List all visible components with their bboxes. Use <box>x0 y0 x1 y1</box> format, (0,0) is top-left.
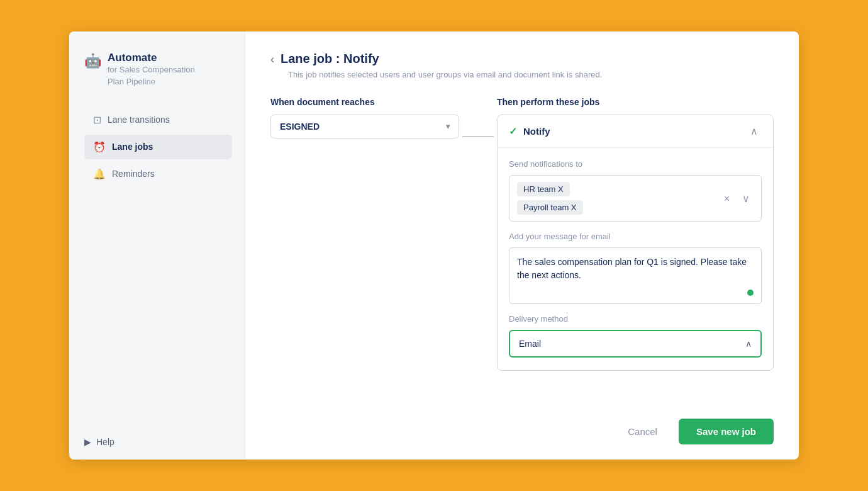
page-subtitle: This job notifies selected users and use… <box>288 70 774 79</box>
delivery-section: Delivery method Email ∧ <box>509 314 762 358</box>
brand: 🤖 Automate for Sales CompensationPlan Pi… <box>84 52 232 87</box>
tag-payroll-team[interactable]: Payroll team X <box>517 200 583 215</box>
job-title-label: Notify <box>523 126 550 137</box>
job-card-header: ✓ Notify ∧ <box>498 115 773 148</box>
connector <box>459 97 497 137</box>
when-section: When document reaches ESIGNED ▾ <box>270 97 459 138</box>
remove-tag-button[interactable]: × <box>720 191 733 205</box>
tag-hr-team[interactable]: HR team X <box>517 182 570 196</box>
tags-actions: × ∨ <box>720 191 754 206</box>
tag-row-hr: HR team X <box>517 182 754 196</box>
sidebar-item-lane-transitions[interactable]: ⊡ Lane transitions <box>84 108 232 132</box>
job-card-title: ✓ Notify <box>509 125 550 137</box>
sidebar: 🤖 Automate for Sales CompensationPlan Pi… <box>69 31 245 460</box>
tags-container[interactable]: HR team X Payroll team X × ∨ <box>509 175 762 222</box>
delivery-dropdown[interactable]: Email ∧ <box>509 330 762 358</box>
brand-subtitle: for Sales CompensationPlan Pipeline <box>108 64 195 87</box>
form-section: When document reaches ESIGNED ▾ Then per… <box>270 97 774 371</box>
then-label: Then perform these jobs <box>497 97 774 107</box>
bell-icon: 🔔 <box>93 168 106 180</box>
job-card-actions: ∧ <box>747 124 762 138</box>
check-icon: ✓ <box>509 125 517 137</box>
help-label: Help <box>96 437 114 447</box>
save-button[interactable]: Save new job <box>679 419 774 444</box>
brand-icon: 🤖 <box>84 53 101 69</box>
sidebar-item-reminders[interactable]: 🔔 Reminders <box>84 162 232 186</box>
main-content: ‹ Lane job : Notify This job notifies se… <box>245 31 799 460</box>
message-label: Add your message for email <box>509 232 762 241</box>
alarm-icon: ⏰ <box>93 141 106 153</box>
send-notifications-label: Send notifications to <box>509 159 762 169</box>
main-modal: 🤖 Automate for Sales CompensationPlan Pi… <box>69 31 799 460</box>
delivery-value: Email <box>519 339 541 349</box>
tag-row-payroll: Payroll team X <box>517 200 754 215</box>
cancel-button[interactable]: Cancel <box>616 420 669 443</box>
message-box[interactable]: The sales compensation plan for Q1 is si… <box>509 247 762 304</box>
job-card-body: Send notifications to HR team X Payroll … <box>498 148 773 370</box>
help-button[interactable]: ▶ Help <box>84 437 232 447</box>
page-header: ‹ Lane job : Notify This job notifies se… <box>270 52 774 79</box>
green-dot-indicator <box>747 290 754 296</box>
delivery-label: Delivery method <box>509 314 762 324</box>
sidebar-nav: ⊡ Lane transitions ⏰ Lane jobs 🔔 Reminde… <box>84 108 232 186</box>
back-button[interactable]: ‹ <box>270 54 274 65</box>
page-title: Lane job : Notify <box>281 52 379 66</box>
message-section: Add your message for email The sales com… <box>509 232 762 304</box>
modal-footer: Cancel Save new job <box>270 401 774 444</box>
message-text: The sales compensation plan for Q1 is si… <box>517 256 754 282</box>
connector-line <box>462 136 494 137</box>
when-dropdown-value: ESIGNED <box>280 121 320 132</box>
collapse-button[interactable]: ∧ <box>747 124 762 138</box>
when-label: When document reaches <box>270 97 459 107</box>
book-icon: ⊡ <box>93 114 101 126</box>
job-card: ✓ Notify ∧ Send notifications to <box>497 115 774 371</box>
chevron-up-icon: ∧ <box>745 339 752 349</box>
sidebar-item-label: Reminders <box>112 169 155 179</box>
play-icon: ▶ <box>84 437 91 447</box>
tags-dropdown-button[interactable]: ∨ <box>738 191 754 206</box>
then-section: Then perform these jobs ✓ Notify ∧ <box>497 97 774 371</box>
sidebar-item-lane-jobs[interactable]: ⏰ Lane jobs <box>84 135 232 159</box>
sidebar-footer: ▶ Help <box>84 424 232 447</box>
chevron-down-icon: ▾ <box>446 122 450 131</box>
when-dropdown[interactable]: ESIGNED ▾ <box>270 115 459 138</box>
sidebar-item-label: Lane jobs <box>112 142 153 152</box>
sidebar-item-label: Lane transitions <box>108 115 170 125</box>
brand-title: Automate <box>108 52 195 64</box>
